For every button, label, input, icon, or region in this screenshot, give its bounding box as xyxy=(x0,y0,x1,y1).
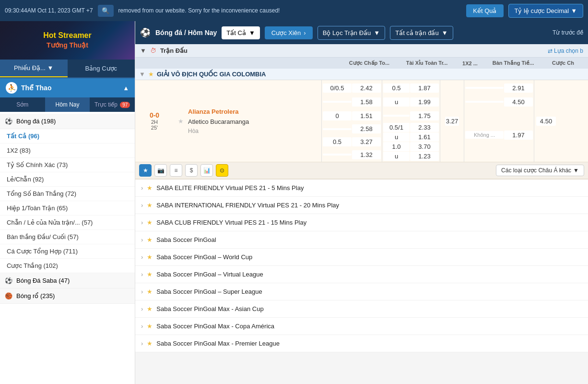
tat-ca-tran-dau-dropdown[interactable]: Tất cả trận đấu ▼ xyxy=(390,26,453,40)
sidebar-item-ca-cuoc-tong-hop[interactable]: Cá Cược Tổng Hợp (711) xyxy=(0,244,135,259)
teams-col: Alianza Petrolera Atletico Bucaramanga H… xyxy=(188,80,321,162)
star-icon[interactable]: ★ xyxy=(147,219,153,226)
team2-name: Atletico Bucaramanga xyxy=(188,117,319,127)
star-icon[interactable]: ★ xyxy=(147,184,153,192)
bong-da-icon: ⚽ xyxy=(5,118,12,125)
list-item[interactable]: › ★ Saba Soccer PinGoal Max - Asian Cup xyxy=(135,300,588,318)
footer-coin-btn[interactable]: ⊙ xyxy=(216,164,228,177)
tab-phieu-dat[interactable]: Phiếu Đặ... ▼ xyxy=(0,60,68,77)
tai-xiu-8[interactable]: 2.33 xyxy=(410,123,439,132)
collapse-chevron[interactable]: ▼ xyxy=(140,47,146,54)
footer-list-btn[interactable]: ≡ xyxy=(170,164,182,177)
tab-hom-nay[interactable]: Hôm Nay xyxy=(45,97,90,112)
list-item[interactable]: › ★ Saba Soccer PinGoal Max - Premier Le… xyxy=(135,335,588,352)
list-item[interactable]: › ★ Saba Soccer PinGoal – Virtual League xyxy=(135,266,588,283)
star-icon[interactable]: ★ xyxy=(147,271,153,278)
list-item[interactable]: › ★ Saba Soccer PinGoal Max - Copa Améri… xyxy=(135,318,588,335)
odds-chap-5[interactable]: 0 xyxy=(323,111,352,120)
sidebar-banner: Hot Streamer Tướng Thuật xyxy=(0,21,135,60)
row-label: SABA CLUB FRIENDLY Virtual PES 21 - 15 M… xyxy=(156,219,306,226)
odds-chap-6[interactable]: 1.51 xyxy=(352,111,381,120)
tai-xiu-2[interactable]: 1.87 xyxy=(410,84,439,93)
lua-chon-button[interactable]: ⇄ Lựa chọn b xyxy=(548,48,583,54)
result-button[interactable]: Kết Quả xyxy=(466,4,503,17)
tab-truc-tiep[interactable]: Trực tiếp 97 xyxy=(90,97,135,112)
ban-thang-2[interactable]: 2.91 xyxy=(504,84,533,93)
col-ban-thang: Bàn Thắng Tiề... xyxy=(484,60,542,66)
sidebar-item-ban-thang-dau-cuoi[interactable]: Bàn thắng Đầu/ Cuối (57) xyxy=(0,230,135,244)
odds-chap-1[interactable]: 0/0.5 xyxy=(323,84,352,93)
bong-da-section[interactable]: ⚽ Bóng đá (198) xyxy=(0,114,135,129)
tab-som[interactable]: Sớm xyxy=(0,97,45,112)
tai-xiu-1[interactable]: 0.5 xyxy=(383,84,410,93)
star-icon[interactable]: ★ xyxy=(147,236,153,243)
sidebar-item-le-chan[interactable]: Lẻ/Chẵn (92) xyxy=(0,172,135,187)
odds-dropdown-button[interactable]: Tỷ lệ cược Decimal ▼ xyxy=(508,4,584,18)
sidebar-item-chan-le-nua-tran[interactable]: Chẵn / Lẻ của Nửa trận/... (57) xyxy=(0,216,135,230)
row-label: Saba Soccer PinGoal Max - Premier League xyxy=(156,340,280,347)
asian-odds-btn[interactable]: Các loại cược Châu Á khác ▼ xyxy=(496,165,584,176)
sidebar-item-hiep1[interactable]: Hiệp 1/Toàn Trận (65) xyxy=(0,201,135,216)
odds-chap-11 xyxy=(323,154,352,156)
bong-da-saba-section[interactable]: ⚽ Bóng Đá Saba (47) xyxy=(0,273,135,288)
league-collapse[interactable]: ▼ xyxy=(139,71,145,78)
odds-chap-2[interactable]: 2.42 xyxy=(352,84,381,93)
bong-ro-section[interactable]: 🏀 Bóng rổ (235) xyxy=(0,288,135,304)
footer-camera-btn[interactable]: 📷 xyxy=(154,164,167,177)
sidebar-item-tong-so[interactable]: Tổng Số Bàn Thắng (72) xyxy=(0,187,135,201)
datetime-display: 09:30:44AM Oct 11, 2023 GMT +7 xyxy=(5,7,93,14)
footer-chart-btn[interactable]: 📊 xyxy=(200,164,213,177)
sidebar-item-tat-ca[interactable]: Tất Cả (96) xyxy=(0,129,135,144)
sports-section-header[interactable]: ⛹ Thể Thao ▲ xyxy=(0,78,135,97)
tai-xiu-11[interactable]: 1.0 xyxy=(383,142,410,151)
tat-ca-label: Tất Cả xyxy=(226,29,246,36)
sidebar-item-1x2[interactable]: 1X2 (83) xyxy=(0,144,135,158)
list-item[interactable]: › ★ Saba Soccer PinGoal – Super League xyxy=(135,283,588,300)
match-star[interactable]: ★ xyxy=(174,80,188,162)
star-icon[interactable]: ★ xyxy=(147,340,153,347)
league-star-icon[interactable]: ★ xyxy=(148,71,154,78)
ban-thang-5[interactable]: 1.97 xyxy=(504,131,533,140)
list-item[interactable]: › ★ SABA CLUB FRIENDLY Virtual PES 21 - … xyxy=(135,214,588,231)
odds-chap-8[interactable]: 2.58 xyxy=(352,124,381,133)
star-icon[interactable]: ★ xyxy=(147,305,153,312)
star-icon[interactable]: ★ xyxy=(147,288,153,295)
odds-chap-10[interactable]: 3.27 xyxy=(352,137,381,146)
match-footer: ★ 📷 ≡ $ 📊 ⊙ Các loại cược Châu Á khác ▼ xyxy=(135,162,588,179)
tai-xiu-7[interactable]: 0.5/1 xyxy=(383,123,410,132)
footer-star-btn[interactable]: ★ xyxy=(139,164,152,177)
cuoc-xien-button[interactable]: Cược Xiên › xyxy=(265,26,313,39)
odds-chap-9[interactable]: 0.5 xyxy=(323,137,352,146)
list-item[interactable]: › ★ Saba Soccer PinGoal xyxy=(135,231,588,249)
expand-icon: › xyxy=(141,184,143,192)
search-button[interactable]: 🔍 xyxy=(98,5,114,17)
team1-name[interactable]: Alianza Petrolera xyxy=(188,107,319,117)
bo-loc-tran-dau-dropdown[interactable]: Bộ Lọc Trận Đấu ▼ xyxy=(318,26,386,40)
tai-xiu-12[interactable]: 3.70 xyxy=(410,142,439,151)
league-header-row: ▼ ★ GIẢI VÔ ĐỊCH QUỐC GIA COLOMBIA xyxy=(135,69,588,80)
tab-bang-cuoc-label: Bảng Cược xyxy=(85,65,117,72)
odds-chap-12[interactable]: 1.32 xyxy=(352,150,381,159)
tai-xiu-10[interactable]: 1.61 xyxy=(410,132,439,142)
star-icon[interactable]: ★ xyxy=(147,202,153,209)
list-item[interactable]: › ★ SABA ELITE FRIENDLY Virtual PES 21 -… xyxy=(135,180,588,197)
tai-xiu-4[interactable]: 1.99 xyxy=(410,97,439,107)
odds-1x2[interactable]: 3.27 xyxy=(445,117,459,126)
sidebar-item-cuoc-thang[interactable]: Cược Thắng (102) xyxy=(0,259,135,273)
tab-bang-cuoc[interactable]: Bảng Cược xyxy=(68,60,135,77)
list-item[interactable]: › ★ SABA INTERNATIONAL FRIENDLY Virtual … xyxy=(135,197,588,214)
ban-thang-4[interactable]: 4.50 xyxy=(504,97,533,107)
odds-chap-4[interactable]: 1.58 xyxy=(352,97,381,107)
match-data-rows: 0-0 2H 25' ★ Alianza Petrolera Atletico … xyxy=(135,80,588,162)
expand-icon: › xyxy=(141,236,143,243)
sidebar-item-ty-so[interactable]: Tỷ Số Chính Xác (73) xyxy=(0,158,135,172)
tat-ca-dropdown[interactable]: Tất Cả ▼ xyxy=(222,26,259,39)
star-icon[interactable]: ★ xyxy=(147,253,153,261)
tai-xiu-section: 0.5 1.87 u 1.99 1.75 0.5/1 2.33 u 1.61 1… xyxy=(382,80,440,162)
list-item[interactable]: › ★ Saba Soccer PinGoal – World Cup xyxy=(135,249,588,266)
row-label: Saba Soccer PinGoal – Super League xyxy=(156,288,262,295)
star-icon[interactable]: ★ xyxy=(147,323,153,330)
time-tabs: Sớm Hôm Nay Trực tiếp 97 xyxy=(0,97,135,112)
footer-dollar-btn[interactable]: $ xyxy=(185,164,198,177)
tai-xiu-14[interactable]: 1.23 xyxy=(410,152,439,161)
